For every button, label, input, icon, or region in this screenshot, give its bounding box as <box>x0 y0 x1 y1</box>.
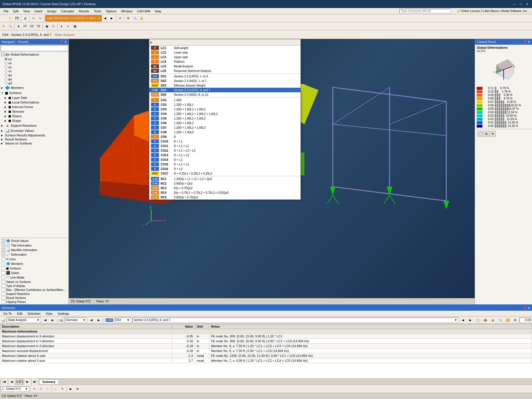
summary-filter-btn[interactable]: 🔽 <box>504 317 511 323</box>
cb-title-info[interactable]: ✓ <box>2 244 5 247</box>
cb-clipping-planes[interactable] <box>2 300 5 304</box>
tree-item-layer-side[interactable]: ▶ ◼ Layer Side <box>0 95 68 100</box>
summary-nav-next[interactable]: ▶ <box>50 317 56 323</box>
close-button[interactable]: ✕ <box>525 1 530 7</box>
radio-uz[interactable] <box>5 70 7 73</box>
dd-lc6[interactable]: Qe LC6 Response Spectrum Analysis <box>149 69 301 73</box>
tree-item-uz[interactable]: uz <box>0 69 68 73</box>
dd-co5[interactable]: 2 CO5 1.20D + 1.60L1 + 1.60L3 <box>149 116 301 121</box>
dd-co11[interactable]: 2 CO11 D + L1 + L2 <box>149 144 301 148</box>
dd-co16[interactable]: 2 CO16 D + L3 <box>149 167 301 171</box>
dd-co12[interactable]: 2 CO12 D + L1 + L2 + L3 <box>149 148 301 153</box>
tree-item-u-abs[interactable]: |u| <box>0 57 68 61</box>
summary-settings-btn[interactable]: ⚙ <box>512 317 518 323</box>
nav-pin-icon[interactable]: 📌 <box>59 40 63 44</box>
render-btn[interactable]: ▣ <box>44 23 50 30</box>
nav-search-input[interactable]: Static Analysis <box>1 45 68 51</box>
summary-desc-combo[interactable]: Section 2.3 (LRFD), 6. and 7. ▼ <box>132 318 459 323</box>
cp-filter-btn[interactable]: ⊞ <box>484 131 489 137</box>
check-deformation[interactable]: ✓📈Deformation <box>1 252 68 257</box>
nav-prev-btn[interactable]: ◀ <box>102 15 108 21</box>
tree-item-phiy[interactable]: φy <box>0 77 68 81</box>
dd-ds4[interactable]: 2.3E DS4 Section 2.3 (LRFD), 6. and 7. <box>149 88 301 92</box>
minimize-button[interactable]: — <box>512 1 517 7</box>
check-clipping-planes[interactable]: Clipping Planes <box>1 300 68 304</box>
menu-help[interactable]: Help <box>153 9 164 13</box>
cp-settings-btn[interactable]: ⚙ <box>490 131 496 137</box>
dd-co13[interactable]: 2 CO13 D + L1 + L3 <box>149 153 301 157</box>
tree-item-surfaces[interactable]: ▼ ◼ Surfaces <box>0 90 68 95</box>
radio-phiy[interactable] <box>5 78 7 81</box>
wire-btn[interactable]: ⬡ <box>50 23 56 30</box>
new-btn[interactable]: 📄 <box>1 15 7 21</box>
surface-btn[interactable]: ▦ <box>72 23 78 30</box>
tree-item-global-deformations[interactable]: ✓ 🗁 Global Deformations <box>0 52 68 57</box>
dd-ds1[interactable]: 2.3 DS1 Section 2.3 (LRFD), 1. to 5. <box>149 74 301 79</box>
dd-lc4[interactable]: 1 LC4 Platform <box>149 59 301 64</box>
cp-table-btn[interactable]: 📋 <box>477 131 483 137</box>
menu-tools[interactable]: Tools <box>91 9 103 13</box>
check-result-sections[interactable]: Result Sections <box>1 296 68 300</box>
dd-lc3[interactable]: 1 LC3 Upper slab <box>149 55 301 59</box>
radio-u-abs[interactable] <box>5 58 7 60</box>
cb-members[interactable] <box>2 262 5 265</box>
cb-deformation[interactable]: ✓ <box>2 253 5 256</box>
btb-6[interactable]: ▶ <box>68 386 74 392</box>
dd-co3[interactable]: 2 CO3 1.20D + 1.60L1 + 1.60L2 <box>149 107 301 112</box>
tb-btn-7[interactable]: 🔒 <box>138 15 145 21</box>
summary-nav-prev[interactable]: ◀ <box>42 317 48 323</box>
cb-values-surfaces[interactable] <box>2 280 5 283</box>
overview-nav-next[interactable]: ▶ <box>96 317 102 323</box>
cp-close-icon[interactable]: ✕ <box>528 40 530 44</box>
print-btn[interactable]: 🖨 <box>22 15 28 21</box>
global-xyz-combo[interactable]: 1 - Global XYZ ▼ <box>1 386 29 392</box>
summary-menu-selection[interactable]: Selection <box>25 311 43 316</box>
summary-copy-btn[interactable]: 📋 <box>475 317 481 323</box>
dd-rc2[interactable]: 2.3E RC2 0.90D/p + Qe2 <box>149 181 301 186</box>
dd-co15[interactable]: 2 CO15 D + L2 + L3 <box>149 162 301 167</box>
summary-menu-edit[interactable]: Edit <box>15 311 25 316</box>
nav-close-icon[interactable]: ✕ <box>64 40 67 44</box>
tree-item-internal-forces[interactable]: ▶ ◼ Internal Forces <box>0 105 68 109</box>
tree-item-phiz[interactable]: φZ <box>0 81 68 85</box>
dd-lc5[interactable]: Qe LC5 Modal Analysis <box>149 64 301 69</box>
summary-close-icon[interactable]: ✕ <box>528 306 530 310</box>
tree-item-phix[interactable]: φx <box>0 73 68 77</box>
btb-2[interactable]: + <box>38 386 44 392</box>
radio-ux[interactable] <box>5 62 7 64</box>
dd-co2[interactable]: 2 CO2 1.20D + 1.60L1 <box>149 102 301 107</box>
check-surfaces[interactable]: ◼Surfaces <box>1 266 68 271</box>
maximize-button[interactable]: □ <box>518 1 523 7</box>
summary-ds-prev[interactable]: ◀ <box>460 317 466 323</box>
zoom-btn[interactable]: 🔍 <box>7 23 13 30</box>
nav-next-btn[interactable]: ▶ <box>109 15 115 21</box>
check-maxmin-info[interactable]: ✓📊Max/Min Information <box>1 248 68 252</box>
cb-maxmin-info[interactable]: ✓ <box>2 248 5 252</box>
tree-item-members[interactable]: ▶ 🔷 Members <box>0 85 68 90</box>
cp-pin-icon[interactable]: 📌 <box>523 40 527 44</box>
menu-edit[interactable]: Edit <box>11 9 21 13</box>
summary-menu-settings[interactable]: Settings <box>55 311 71 316</box>
undo-btn[interactable]: ↩ <box>30 15 37 21</box>
summary-value-input[interactable] <box>519 318 531 323</box>
tree-item-local-deform[interactable]: ▶ ◼ Local Deformations <box>0 100 68 105</box>
btb-3[interactable]: − <box>44 386 51 392</box>
summary-tab[interactable]: Summary <box>39 380 59 384</box>
check-values-surfaces[interactable]: Values on Surfaces <box>1 280 68 284</box>
dd-co10[interactable]: 2 CO10 D + L1 <box>149 139 301 144</box>
check-title-info[interactable]: ✓📋Title Information <box>1 243 68 248</box>
dd-rc1[interactable]: 2.3E RC1 1.20D/p + L1 + L2 + L3 + Qe2 <box>149 177 301 181</box>
select-btn[interactable]: ↖ <box>1 23 7 30</box>
cb-solids[interactable] <box>2 271 5 275</box>
cb-lines[interactable] <box>2 257 5 261</box>
menu-insert[interactable]: Insert <box>32 9 45 13</box>
page-prev-btn[interactable]: ◀ <box>9 379 15 385</box>
page-next-btn[interactable]: ▶ <box>24 379 31 385</box>
view-yz-btn[interactable]: YZ <box>35 23 42 30</box>
cb-support-reactions[interactable] <box>2 292 5 296</box>
page-first-btn[interactable]: |◀ <box>1 379 7 385</box>
radio-uy[interactable] <box>5 66 7 69</box>
view-xz-btn[interactable]: XZ <box>29 23 35 30</box>
dd-lc1[interactable]: D LC1 Self-weight <box>149 46 301 50</box>
tree-item-surface-adj[interactable]: ▶ Surface Results Adjustments <box>0 133 68 137</box>
